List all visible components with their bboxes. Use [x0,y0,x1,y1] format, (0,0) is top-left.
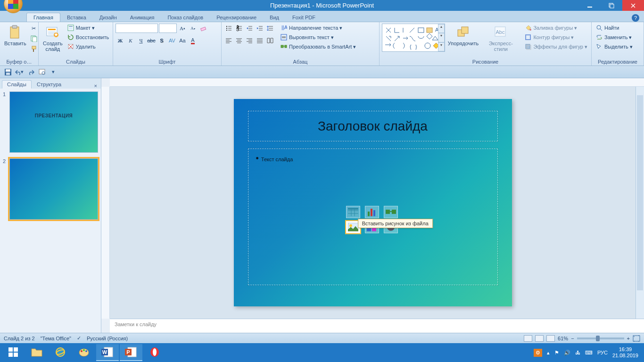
shadow-button[interactable]: S [157,36,166,45]
layout-button[interactable]: Макет ▾ [66,24,110,32]
spellcheck-icon[interactable]: ✓ [77,335,81,341]
tab-design[interactable]: Дизайн [93,13,124,22]
shape-effects-button[interactable]: Эффекты для фигур ▾ [523,42,589,51]
font-color-button[interactable]: A [188,36,198,45]
tray-clock[interactable]: 16:39 21.08.2019 [612,346,638,359]
tab-slideshow[interactable]: Показ слайдов [161,13,210,22]
start-button[interactable] [2,344,25,361]
title-placeholder[interactable]: Заголовок слайда [248,111,498,141]
align-right-button[interactable] [245,36,254,45]
tray-sound-icon[interactable]: 🔊 [564,350,570,356]
tray-language[interactable]: РУС [597,350,608,355]
view-sorter-button[interactable] [535,335,544,342]
font-size-combo[interactable] [159,24,177,33]
view-normal-button[interactable] [524,335,532,342]
gallery-down[interactable]: ▾ [438,33,445,42]
qat-more-button[interactable]: ▾ [49,68,58,76]
fit-button[interactable] [633,335,640,342]
slide-canvas[interactable]: Заголовок слайда • Текст слайда Вставить… [110,87,636,319]
align-center-button[interactable] [234,36,244,45]
taskbar-explorer[interactable] [25,344,48,361]
align-left-button[interactable] [224,36,233,45]
ruler-horizontal[interactable] [110,78,644,87]
print-preview-button[interactable] [38,68,46,76]
panel-close-button[interactable]: × [92,83,99,89]
select-button[interactable]: Выделить ▾ [594,42,634,51]
bullets-button[interactable] [224,24,233,33]
slide-thumb-1[interactable]: 1 ПРЕЗЕНТАЦИЯ [3,91,98,153]
redo-button[interactable] [26,68,35,76]
view-slideshow-button[interactable] [546,335,555,342]
char-spacing-button[interactable]: AV [167,36,177,45]
increase-font-button[interactable]: A▴ [178,24,187,33]
decrease-font-button[interactable]: A▾ [188,24,198,33]
tab-insert[interactable]: Вставка [60,13,93,22]
taskbar-word[interactable]: W [96,344,119,361]
tab-animation[interactable]: Анимация [124,13,161,22]
taskbar-opera[interactable] [143,344,166,361]
font-name-combo[interactable] [116,24,158,33]
zoom-slider[interactable] [577,337,624,339]
slide[interactable]: Заголовок слайда • Текст слайда Вставить… [234,99,512,306]
scrollbar-vertical[interactable] [636,87,644,319]
minimize-button[interactable] [579,0,601,11]
decrease-indent-button[interactable] [245,24,254,33]
numbering-button[interactable]: 123 [234,24,244,33]
gallery-up[interactable]: ▴ [438,24,445,33]
increase-indent-button[interactable] [255,24,264,33]
taskbar-powerpoint[interactable]: P [120,344,142,361]
quick-styles-button[interactable]: Abc Экспресс-стили [481,24,520,53]
bold-button[interactable]: Ж [116,36,125,45]
tray-flag-icon[interactable]: ⚑ [554,350,559,356]
replace-button[interactable]: Заменить ▾ [594,33,634,41]
delete-slide-button[interactable]: Удалить [66,42,110,51]
cut-button[interactable]: ✂ [29,24,39,33]
ruler-vertical[interactable] [101,87,110,319]
insert-table-icon[interactable] [346,206,360,218]
new-slide-button[interactable]: ★ Создать слайд [41,24,65,53]
content-placeholder[interactable]: • Текст слайда Вставить рисунок из файла [248,148,498,285]
justify-button[interactable] [255,36,264,45]
copy-button[interactable] [29,34,39,43]
zoom-value[interactable]: 61% [558,336,568,341]
shape-outline-button[interactable]: Контур фигуры ▾ [523,33,589,41]
outline-tab[interactable]: Структура [32,80,66,89]
tab-foxit[interactable]: Foxit PDF [286,13,322,22]
maximize-button[interactable] [601,0,622,11]
slide-thumb-2[interactable]: 2 [3,158,98,220]
find-button[interactable]: Найти [594,24,634,32]
insert-smartart-icon[interactable] [384,206,398,218]
tab-review[interactable]: Рецензирование [210,13,263,22]
tab-home[interactable]: Главная [26,13,60,22]
help-button[interactable]: ? [632,14,639,22]
shapes-gallery[interactable]: A≡ {} ▴▾▾ [382,24,445,52]
close-button[interactable] [622,0,644,11]
paste-button[interactable]: Вставить [2,24,28,47]
clear-format-button[interactable] [198,24,208,33]
zoom-in-button[interactable]: + [627,336,630,341]
smartart-button[interactable]: Преобразовать в SmartArt ▾ [279,42,357,51]
taskbar-paint[interactable] [73,344,95,361]
slides-tab[interactable]: Слайды [2,80,32,89]
status-language[interactable]: Русский (Россия) [87,336,128,341]
arrange-button[interactable]: Упорядочить [446,24,480,47]
reset-button[interactable]: Восстановить [66,33,110,41]
tray-up-icon[interactable]: ▴ [547,350,550,356]
gallery-more[interactable]: ▾ [438,42,445,51]
line-spacing-button[interactable] [265,24,275,33]
tray-app-icon[interactable]: ⚙ [534,349,542,357]
shape-fill-button[interactable]: Заливка фигуры ▾ [523,24,589,32]
tab-view[interactable]: Вид [263,13,286,22]
format-painter-button[interactable] [29,44,39,54]
underline-button[interactable]: Ч [136,36,146,45]
taskbar-ie[interactable] [49,344,72,361]
align-text-button[interactable]: Выровнять текст ▾ [279,33,357,41]
notes-pane[interactable]: Заметки к слайду [110,319,644,333]
zoom-out-button[interactable]: − [571,336,574,341]
insert-chart-icon[interactable] [365,206,379,218]
tray-keyboard-icon[interactable]: ⌨ [585,350,593,356]
save-button[interactable] [4,68,12,76]
office-button[interactable] [4,0,23,13]
undo-button[interactable]: ▾ [15,68,24,76]
text-direction-button[interactable]: ||AНаправление текста ▾ [279,24,357,32]
